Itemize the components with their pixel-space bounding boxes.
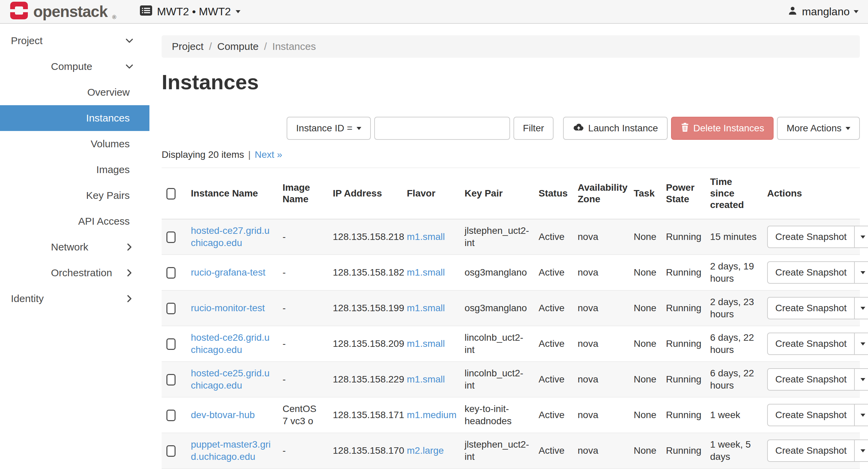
- image-name-cell: -: [278, 219, 328, 255]
- sidebar-item-api-access[interactable]: API Access: [0, 208, 149, 234]
- flavor-link[interactable]: m2.large: [407, 445, 444, 456]
- filter-query-input[interactable]: [374, 117, 510, 140]
- filter-button[interactable]: Filter: [513, 117, 554, 140]
- create-snapshot-button[interactable]: Create Snapshot: [767, 297, 854, 319]
- brand-name: openstack: [33, 2, 108, 21]
- row-checkbox[interactable]: [166, 338, 176, 350]
- project-context-switcher[interactable]: MWT2 • MWT2: [140, 5, 240, 18]
- delete-instances-button[interactable]: Delete Instances: [671, 117, 774, 140]
- column-header-power-state[interactable]: Power State: [661, 168, 705, 219]
- actions-cell: Create Snapshot: [762, 362, 860, 397]
- sidebar-item-label: API Access: [51, 215, 130, 227]
- sidebar-item-images[interactable]: Images: [0, 157, 149, 183]
- flavor-link[interactable]: m1.small: [407, 231, 445, 242]
- row-checkbox[interactable]: [166, 374, 176, 386]
- row-actions-dropdown-toggle[interactable]: [854, 404, 868, 426]
- row-actions-dropdown-toggle[interactable]: [854, 368, 868, 391]
- breadcrumb-item-project[interactable]: Project: [172, 41, 217, 52]
- availability-zone-cell: nova: [573, 290, 629, 326]
- time-since-created-cell: 2 days, 23 hours: [705, 290, 762, 326]
- row-actions-dropdown-toggle[interactable]: [854, 439, 868, 462]
- column-header-image-name[interactable]: Image Name: [278, 168, 328, 219]
- create-snapshot-button[interactable]: Create Snapshot: [767, 404, 854, 426]
- row-checkbox[interactable]: [166, 303, 176, 314]
- instance-name-link[interactable]: hosted-ce25.grid.uchicago.edu: [191, 367, 273, 392]
- create-snapshot-button[interactable]: Create Snapshot: [767, 261, 854, 284]
- row-actions-dropdown-toggle[interactable]: [854, 297, 868, 319]
- column-header-actions[interactable]: Actions: [762, 168, 860, 219]
- chevron-down-icon: [861, 378, 865, 381]
- column-header-task[interactable]: Task: [629, 168, 661, 219]
- flavor-link[interactable]: m1.small: [407, 303, 445, 313]
- context-label: MWT2 • MWT2: [157, 5, 231, 18]
- row-actions-dropdown-toggle[interactable]: [854, 261, 868, 284]
- sidebar-item-instances[interactable]: Instances: [0, 105, 149, 131]
- instance-name-link[interactable]: rucio-grafana-test: [191, 266, 265, 279]
- breadcrumb-item-compute[interactable]: Compute: [217, 41, 272, 52]
- instances-table-body: hosted-ce27.grid.uchicago.edu - 128.135.…: [162, 219, 860, 469]
- power-state-cell: Running: [661, 326, 705, 362]
- openstack-brand[interactable]: openstack ®: [10, 1, 116, 22]
- column-header-flavor[interactable]: Flavor: [402, 168, 460, 219]
- launch-instance-button[interactable]: Launch Instance: [563, 117, 668, 140]
- column-header-ip-address[interactable]: IP Address: [328, 168, 402, 219]
- instance-name-link[interactable]: dev-btovar-hub: [191, 409, 255, 421]
- sidebar-item-project[interactable]: Project: [0, 28, 149, 54]
- row-checkbox[interactable]: [166, 445, 176, 457]
- chevron-down-icon: [861, 342, 865, 345]
- instance-name-cell: dev-btovar-hub: [186, 397, 278, 433]
- launch-instance-label: Launch Instance: [588, 123, 658, 134]
- flavor-cell: m1.small: [402, 362, 460, 397]
- filter-field-dropdown[interactable]: Instance ID =: [287, 117, 371, 140]
- sidebar-item-identity[interactable]: Identity: [0, 286, 149, 312]
- flavor-link[interactable]: m1.small: [407, 267, 445, 278]
- image-name-cell: -: [278, 362, 328, 397]
- status-cell: Active: [534, 219, 573, 255]
- flavor-link[interactable]: m1.medium: [407, 410, 456, 420]
- sidebar-item-overview[interactable]: Overview: [0, 79, 149, 105]
- row-actions-dropdown-toggle[interactable]: [854, 333, 868, 355]
- column-header-time-since-created[interactable]: Time since created: [705, 168, 762, 219]
- column-header-status[interactable]: Status: [534, 168, 573, 219]
- openstack-logo-icon: [10, 1, 29, 22]
- availability-zone-cell: nova: [573, 397, 629, 433]
- sidebar-item-compute[interactable]: Compute: [0, 54, 149, 79]
- row-checkbox[interactable]: [166, 267, 176, 279]
- status-cell: Active: [534, 290, 573, 326]
- sidebar-item-label: Identity: [11, 293, 124, 304]
- chevron-icon: [124, 294, 134, 304]
- instance-name-link[interactable]: rucio-monitor-test: [191, 302, 265, 314]
- sidebar-item-orchestration[interactable]: Orchestration: [0, 260, 149, 286]
- flavor-link[interactable]: m1.small: [407, 374, 445, 384]
- key-pair-cell: osg3manglano: [460, 290, 534, 326]
- column-header-key-pair[interactable]: Key Pair: [460, 168, 534, 219]
- create-snapshot-button[interactable]: Create Snapshot: [767, 439, 854, 462]
- flavor-link[interactable]: m1.small: [407, 338, 445, 349]
- filter-field-label: Instance ID =: [296, 123, 352, 134]
- status-cell: Active: [534, 326, 573, 362]
- create-snapshot-button[interactable]: Create Snapshot: [767, 226, 854, 248]
- column-header-instance-name[interactable]: Instance Name: [186, 168, 278, 219]
- row-actions-dropdown-toggle[interactable]: [854, 226, 868, 248]
- user-menu[interactable]: manglano: [788, 5, 858, 18]
- sidebar-item-volumes[interactable]: Volumes: [0, 131, 149, 157]
- instance-name-link[interactable]: hosted-ce27.grid.uchicago.edu: [191, 225, 273, 249]
- create-snapshot-button[interactable]: Create Snapshot: [767, 333, 854, 355]
- more-actions-button[interactable]: More Actions: [777, 117, 860, 140]
- image-name-cell: -: [278, 326, 328, 362]
- time-since-created-cell: 1 week: [705, 397, 762, 433]
- power-state-cell: Running: [661, 219, 705, 255]
- next-page-link[interactable]: Next »: [255, 149, 282, 160]
- column-header-availability-zone[interactable]: Availability Zone: [573, 168, 629, 219]
- flavor-cell: m2.large: [402, 433, 460, 469]
- instance-name-link[interactable]: puppet-master3.grid.uchicago.edu: [191, 438, 273, 463]
- create-snapshot-button[interactable]: Create Snapshot: [767, 368, 854, 391]
- actions-cell: Create Snapshot: [762, 433, 860, 469]
- select-all-checkbox[interactable]: [166, 188, 176, 200]
- row-checkbox[interactable]: [166, 410, 176, 421]
- instance-name-link[interactable]: hosted-ce26.grid.uchicago.edu: [191, 332, 273, 356]
- power-state-cell: Running: [661, 362, 705, 397]
- sidebar-item-key-pairs[interactable]: Key Pairs: [0, 183, 149, 208]
- row-checkbox[interactable]: [166, 231, 176, 243]
- sidebar-item-network[interactable]: Network: [0, 234, 149, 260]
